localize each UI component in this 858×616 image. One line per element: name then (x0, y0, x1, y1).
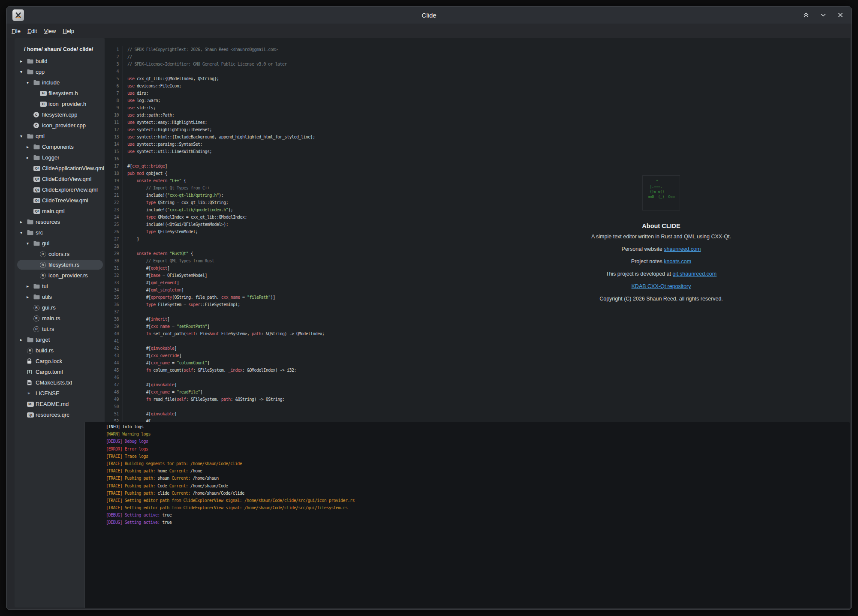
chevron-right-icon[interactable]: ▸ (20, 59, 27, 63)
about-link[interactable]: shaunreed.com (664, 246, 701, 252)
chevron-down-icon[interactable]: ▾ (27, 241, 33, 246)
line-number: 41 (105, 337, 123, 345)
rust-icon: R (40, 273, 48, 279)
code-line: // (127, 53, 850, 60)
about-line-text: This project is developed at (606, 271, 673, 277)
line-number: 27 (105, 235, 123, 243)
folder-icon (33, 294, 42, 300)
line-number: 16 (105, 155, 123, 162)
tree-item-label: icon_provider.cpp (42, 122, 86, 129)
log-line: [TRACE] Setting editor path from ClideEx… (106, 497, 848, 504)
menu-item-edit[interactable]: Edit (27, 27, 38, 36)
clide-ascii-logo-box: * |.===. {}o o{} --ooO--(_)--Ooo-- (642, 175, 680, 210)
tree-item-filesystem.h[interactable]: Hfilesystem.h (15, 88, 105, 99)
line-number: 23 (105, 206, 123, 213)
log-line: [TRACE] Building segments for path: /hom… (106, 460, 848, 467)
about-link[interactable]: knoats.com (664, 258, 691, 264)
about-links: Personal website shaunreed.comProject no… (511, 243, 811, 293)
code-line: #[inherit] (127, 316, 850, 323)
log-line: [INFO] Info logs (106, 423, 848, 430)
tree-item-qml[interactable]: ▾qml (15, 131, 105, 141)
tree-item-Components[interactable]: ▸Components (15, 141, 105, 152)
tree-item-Cargo.toml[interactable]: [T]Cargo.toml (15, 367, 105, 377)
tree-item-ClideApplicationView.qml[interactable]: QtClideApplicationView.qml (15, 163, 105, 174)
about-link[interactable]: KDAB CXX-Qt repository (632, 283, 691, 289)
tree-item-resources.qrc[interactable]: Qtresources.qrc (15, 409, 105, 420)
menu-item-file[interactable]: File (11, 27, 21, 36)
tree-item-Cargo.lock[interactable]: Cargo.lock (15, 356, 105, 367)
line-number: 46 (105, 374, 123, 381)
menu-bar: FileEditViewHelp (6, 24, 852, 38)
tree-item-label: gui.rs (42, 304, 56, 311)
minimize-button[interactable] (819, 11, 828, 19)
chevron-right-icon[interactable]: ▸ (27, 144, 33, 149)
tree-item-src[interactable]: ▾src (15, 227, 105, 238)
chevron-down-icon[interactable]: ▾ (20, 134, 27, 138)
chevron-down-icon[interactable]: ▾ (20, 230, 27, 235)
chevron-right-icon[interactable]: ▸ (20, 337, 27, 342)
tree-item-colors.rs[interactable]: Rcolors.rs (15, 249, 105, 259)
tree-item-utils[interactable]: ▸utils (15, 291, 105, 302)
line-number: 50 (105, 403, 123, 410)
shade-button[interactable] (802, 11, 810, 19)
folder-icon (27, 133, 36, 139)
tree-item-cpp[interactable]: ▾cpp (15, 66, 105, 77)
tree-item-label: tui (42, 283, 48, 289)
tree-item-build[interactable]: ▸build (15, 56, 105, 66)
tree-item-main.rs[interactable]: Rmain.rs (15, 313, 105, 324)
tree-item-label: main.rs (42, 315, 60, 322)
tree-item-CMakeLists.txt[interactable]: CMakeLists.txt (15, 377, 105, 388)
tree-item-LICENSE[interactable]: ✶LICENSE (15, 388, 105, 399)
license-icon: ✶ (27, 391, 36, 396)
tree-item-tui[interactable]: ▸tui (15, 281, 105, 291)
chevron-down-icon[interactable]: ▾ (27, 80, 33, 85)
code-line (127, 374, 850, 381)
tree-item-gui[interactable]: ▾gui (15, 238, 105, 249)
log-console-panel[interactable]: [INFO] Info logs[WARN] Warning logs[DEBU… (84, 422, 850, 608)
folder-icon (27, 58, 36, 64)
markdown-icon: M↓ (27, 402, 36, 407)
line-number: 3 (105, 60, 123, 68)
tree-item-include[interactable]: ▾include (15, 77, 105, 88)
tree-item-gui.rs[interactable]: Rgui.rs (15, 302, 105, 313)
app-window: Clide FileEditViewHelp / home/ shaun/ Co… (6, 6, 852, 610)
tree-item-label: tui.rs (42, 326, 54, 332)
tree-item-label: icon_provider.rs (48, 272, 88, 279)
folder-icon (33, 144, 42, 150)
tree-item-ClideExplorerView.qml[interactable]: QtClideExplorerView.qml (15, 184, 105, 195)
tree-item-icon_provider.cpp[interactable]: Cicon_provider.cpp (15, 120, 105, 131)
tree-item-main.qml[interactable]: Qtmain.qml (15, 206, 105, 216)
tree-item-Logger[interactable]: ▸Logger (15, 152, 105, 163)
tree-item-filesystem.rs[interactable]: Rfilesystem.rs (15, 259, 105, 270)
tree-item-icon_provider.rs[interactable]: Ricon_provider.rs (15, 270, 105, 281)
line-number: 8 (105, 97, 123, 104)
tree-item-resources[interactable]: ▸resources (15, 216, 105, 227)
chevron-right-icon[interactable]: ▸ (27, 284, 33, 288)
tree-item-ClideTreeView.qml[interactable]: QtClideTreeView.qml (15, 195, 105, 206)
tree-item-tui.rs[interactable]: Rtui.rs (15, 324, 105, 334)
code-line (127, 403, 850, 410)
tree-item-icon_provider.h[interactable]: Hicon_provider.h (15, 99, 105, 109)
chevron-right-icon[interactable]: ▸ (27, 294, 33, 299)
chevron-right-icon[interactable]: ▸ (20, 219, 27, 224)
line-number: 28 (105, 243, 123, 250)
tree-item-target[interactable]: ▸target (15, 334, 105, 345)
tree-item-label: include (42, 79, 60, 86)
title-bar[interactable]: Clide (6, 6, 852, 24)
tree-item-build.rs[interactable]: Rbuild.rs (15, 345, 105, 356)
code-line: use cxx_qt_lib::{QModelIndex, QString}; (127, 75, 850, 82)
line-number: 9 (105, 104, 123, 111)
menu-item-view[interactable]: View (43, 27, 57, 36)
tree-item-ClideEditorView.qml[interactable]: QtClideEditorView.qml (15, 174, 105, 184)
menu-item-help[interactable]: Help (62, 27, 75, 36)
about-link[interactable]: git.shaunreed.com (672, 271, 717, 277)
about-line-text: Project notes (631, 258, 664, 264)
tree-item-README.md[interactable]: M↓README.md (15, 399, 105, 409)
chevron-down-icon[interactable]: ▾ (20, 69, 27, 74)
code-line: #[cxx_name = "columnCount"] (127, 359, 850, 367)
code-line (127, 337, 850, 345)
close-button[interactable] (836, 11, 845, 19)
chevron-right-icon[interactable]: ▸ (27, 155, 33, 160)
line-number: 26 (105, 228, 123, 235)
tree-item-filesystem.cpp[interactable]: Cfilesystem.cpp (15, 109, 105, 120)
